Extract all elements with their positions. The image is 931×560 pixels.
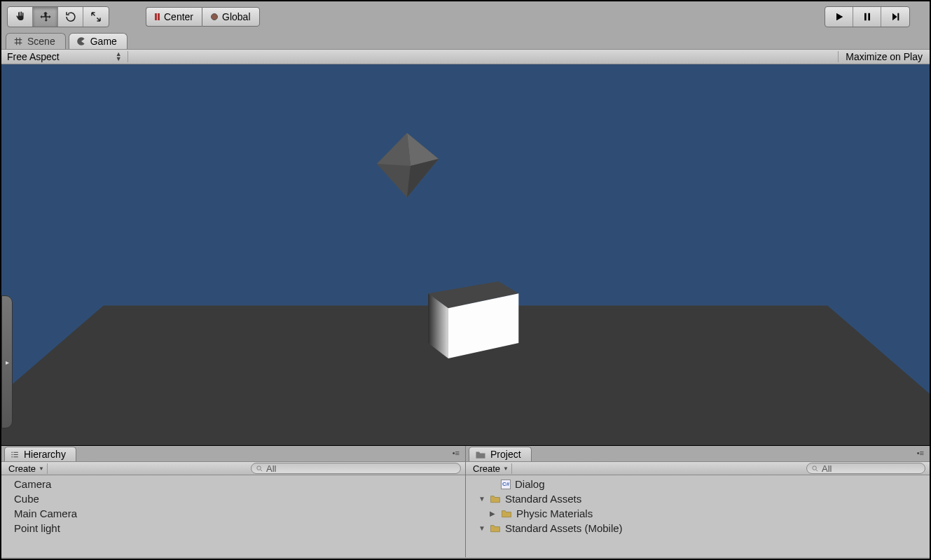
tab-hierarchy[interactable]: Hierarchy [4, 447, 76, 461]
hierarchy-item-label: Point light [14, 522, 60, 534]
hand-icon [14, 10, 27, 23]
project-item-script[interactable]: C# Dialog [469, 477, 927, 491]
project-item-folder[interactable]: ▼ Standard Assets [469, 491, 927, 506]
project-panel-menu[interactable]: •≡ [917, 449, 924, 457]
project-item-label: Dialog [515, 478, 545, 490]
hierarchy-search-input[interactable]: All [251, 463, 461, 474]
hierarchy-item[interactable]: Main Camera [4, 506, 462, 521]
cube-visual [368, 127, 446, 204]
hierarchy-create-dropdown[interactable]: Create ▼ [6, 463, 48, 474]
folder-icon [501, 509, 512, 518]
hand-tool-button[interactable] [8, 7, 33, 27]
hierarchy-item[interactable]: Point light [4, 521, 462, 536]
rotate-icon [64, 10, 77, 23]
aspect-label: Free Aspect [7, 51, 60, 62]
folder-icon [475, 450, 486, 459]
svg-point-7 [11, 451, 13, 453]
tab-scene[interactable]: Scene [6, 33, 66, 49]
maximize-label: Maximize on Play [846, 51, 923, 62]
hierarchy-list[interactable]: Camera Cube Main Camera Point light [1, 475, 465, 557]
step-icon [890, 11, 901, 22]
svg-point-9 [11, 456, 13, 457]
game-viewport[interactable] [1, 64, 930, 446]
project-toolbar: Create ▼ All [466, 461, 930, 475]
game-options-bar: Free Aspect ▲▼ Maximize on Play [1, 49, 930, 64]
hierarchy-panel: Hierarchy •≡ Create ▼ All Camera Cube Ma… [1, 446, 466, 557]
move-tool-button[interactable] [33, 7, 58, 27]
disclosure-down-icon: ▼ [478, 495, 485, 503]
play-button[interactable] [825, 7, 853, 27]
transform-tool-group [7, 6, 109, 27]
updown-icon: ▲▼ [116, 52, 122, 62]
disclosure-right-icon: ▶ [490, 510, 497, 517]
pivot-space-label: Global [222, 11, 250, 22]
center-icon [155, 13, 160, 20]
csharp-file-icon: C# [501, 479, 511, 489]
svg-point-10 [257, 465, 261, 470]
pause-icon [862, 11, 873, 22]
tab-project[interactable]: Project [469, 447, 532, 461]
tab-scene-label: Scene [27, 36, 55, 47]
view-tabs: Scene Game [1, 32, 930, 49]
caret-down-icon: ▼ [503, 465, 509, 472]
project-item-folder[interactable]: ▼ Standard Assets (Mobile) [469, 521, 927, 536]
globe-icon [211, 13, 218, 20]
playback-group [825, 6, 910, 27]
disclosure-down-icon: ▼ [478, 524, 485, 532]
project-tree[interactable]: C# Dialog ▼ Standard Assets ▶ Physic Mat… [466, 475, 930, 557]
scale-icon [90, 10, 102, 23]
project-item-label: Standard Assets (Mobile) [505, 522, 623, 534]
svg-point-8 [11, 454, 13, 455]
hierarchy-panel-menu[interactable]: •≡ [453, 449, 460, 457]
project-tab-label: Project [490, 449, 521, 460]
project-search-placeholder: All [822, 463, 832, 474]
main-toolbar: Center Global [1, 1, 930, 32]
svg-point-11 [813, 465, 817, 470]
tab-game-label: Game [90, 36, 117, 47]
project-panel: Project •≡ Create ▼ All C# Dialog ▼ [466, 446, 930, 557]
tab-game[interactable]: Game [69, 33, 127, 49]
hierarchy-item-label: Main Camera [14, 507, 77, 519]
folder-icon [490, 494, 501, 503]
list-icon [11, 450, 20, 459]
hierarchy-item[interactable]: Cube [4, 491, 462, 506]
grid-icon [13, 36, 23, 46]
bottom-panels: Hierarchy •≡ Create ▼ All Camera Cube Ma… [1, 446, 930, 557]
pacman-icon [76, 36, 86, 46]
project-item-label: Standard Assets [505, 493, 581, 505]
hierarchy-item-label: Cube [14, 493, 39, 505]
caret-down-icon: ▼ [39, 465, 44, 472]
scale-tool-button[interactable] [83, 7, 109, 27]
hierarchy-toolbar: Create ▼ All [1, 461, 465, 475]
long-box-visual [426, 281, 527, 358]
search-icon [256, 465, 263, 472]
hierarchy-item[interactable]: Camera [4, 477, 462, 491]
pivot-mode-button[interactable]: Center [146, 7, 202, 27]
step-button[interactable] [881, 7, 909, 27]
pivot-space-button[interactable]: Global [202, 7, 259, 27]
hierarchy-search-placeholder: All [266, 463, 276, 474]
project-search-input[interactable]: All [806, 463, 925, 474]
search-icon [811, 465, 819, 472]
svg-marker-2 [377, 133, 411, 166]
folder-icon [490, 524, 501, 533]
move-icon [39, 10, 52, 23]
project-item-folder[interactable]: ▶ Physic Materials [469, 506, 927, 521]
hierarchy-item-label: Camera [14, 478, 51, 490]
maximize-on-play-button[interactable]: Maximize on Play [838, 51, 930, 62]
pivot-mode-label: Center [164, 11, 193, 22]
rotate-tool-button[interactable] [58, 7, 83, 27]
hierarchy-tab-label: Hierarchy [24, 449, 66, 460]
hierarchy-create-label: Create [8, 463, 36, 474]
pause-button[interactable] [853, 7, 881, 27]
project-create-dropdown[interactable]: Create ▼ [470, 463, 512, 474]
aspect-dropdown[interactable]: Free Aspect ▲▼ [1, 51, 128, 62]
project-item-label: Physic Materials [516, 507, 593, 519]
play-icon [834, 11, 845, 22]
overlay-handle[interactable] [1, 295, 13, 428]
project-create-label: Create [473, 463, 500, 474]
pivot-space-group: Center Global [146, 7, 260, 27]
